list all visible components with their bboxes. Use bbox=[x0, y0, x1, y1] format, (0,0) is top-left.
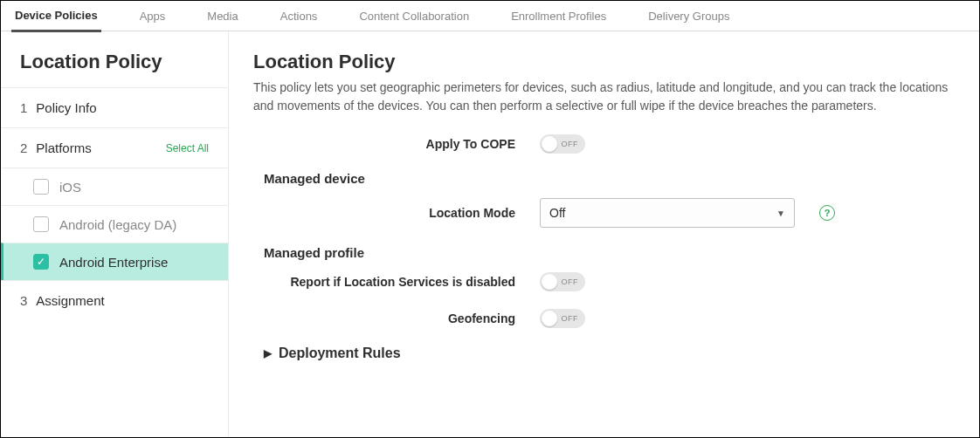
policy-sidebar: Location Policy 1 Policy Info 2 Platform… bbox=[1, 31, 229, 437]
apply-cope-label: Apply To COPE bbox=[253, 137, 540, 151]
triangle-right-icon: ▶ bbox=[264, 347, 272, 359]
tab-media[interactable]: Media bbox=[204, 1, 241, 31]
page-description: This policy lets you set geographic peri… bbox=[253, 79, 952, 115]
top-tab-bar: Device Policies Apps Media Actions Conte… bbox=[1, 1, 979, 31]
platform-ios[interactable]: ✓ iOS bbox=[1, 168, 228, 205]
location-mode-label: Location Mode bbox=[253, 206, 540, 220]
managed-profile-section: Managed profile bbox=[264, 245, 955, 260]
checkbox-icon: ✓ bbox=[33, 254, 49, 270]
step-number: 1 bbox=[20, 100, 27, 115]
tab-enrollment-profiles[interactable]: Enrollment Profiles bbox=[507, 1, 610, 31]
platform-label: Android Enterprise bbox=[59, 255, 168, 270]
toggle-knob-icon bbox=[542, 136, 557, 152]
platform-label: iOS bbox=[59, 180, 81, 195]
toggle-knob-icon bbox=[542, 274, 557, 290]
deployment-rules-label: Deployment Rules bbox=[279, 346, 401, 361]
platform-label: Android (legacy DA) bbox=[59, 217, 176, 232]
checkbox-icon: ✓ bbox=[33, 216, 49, 232]
platform-android-legacy[interactable]: ✓ Android (legacy DA) bbox=[1, 205, 228, 243]
sidebar-title: Location Policy bbox=[1, 31, 228, 87]
select-all-link[interactable]: Select All bbox=[166, 142, 209, 154]
step-assignment[interactable]: 3 Assignment bbox=[1, 280, 228, 320]
step-number: 3 bbox=[20, 293, 27, 308]
managed-device-section: Managed device bbox=[264, 171, 955, 186]
tab-content-collaboration[interactable]: Content Collaboration bbox=[355, 1, 473, 31]
apply-cope-toggle[interactable]: OFF bbox=[540, 134, 585, 154]
step-label: Platforms bbox=[36, 140, 91, 155]
platform-list: ✓ iOS ✓ Android (legacy DA) ✓ Android En… bbox=[1, 168, 228, 280]
step-platforms[interactable]: 2 Platforms Select All bbox=[1, 127, 228, 168]
location-mode-select[interactable]: Off ▼ bbox=[540, 198, 795, 228]
tab-apps[interactable]: Apps bbox=[136, 1, 169, 31]
chevron-down-icon: ▼ bbox=[776, 209, 785, 218]
main-content: Location Policy This policy lets you set… bbox=[229, 31, 979, 437]
help-icon[interactable]: ? bbox=[819, 205, 835, 221]
step-policy-info[interactable]: 1 Policy Info bbox=[1, 87, 228, 127]
toggle-knob-icon bbox=[542, 311, 557, 326]
deployment-rules-toggle[interactable]: ▶ Deployment Rules bbox=[264, 346, 955, 361]
tab-delivery-groups[interactable]: Delivery Groups bbox=[645, 1, 733, 31]
toggle-state: OFF bbox=[562, 140, 579, 148]
step-label: Assignment bbox=[36, 293, 104, 308]
step-number: 2 bbox=[20, 140, 27, 155]
report-disabled-toggle[interactable]: OFF bbox=[540, 272, 585, 291]
report-disabled-label: Report if Location Services is disabled bbox=[253, 275, 540, 289]
step-label: Policy Info bbox=[36, 100, 96, 115]
geofencing-label: Geofencing bbox=[253, 311, 540, 325]
toggle-state: OFF bbox=[562, 277, 579, 286]
select-value: Off bbox=[549, 206, 565, 220]
geofencing-toggle[interactable]: OFF bbox=[540, 309, 585, 328]
tab-actions[interactable]: Actions bbox=[277, 1, 321, 31]
toggle-state: OFF bbox=[562, 314, 579, 323]
platform-android-enterprise[interactable]: ✓ Android Enterprise bbox=[1, 243, 228, 280]
page-title: Location Policy bbox=[253, 51, 955, 73]
checkbox-icon: ✓ bbox=[33, 179, 49, 195]
tab-device-policies[interactable]: Device Policies bbox=[11, 0, 101, 32]
